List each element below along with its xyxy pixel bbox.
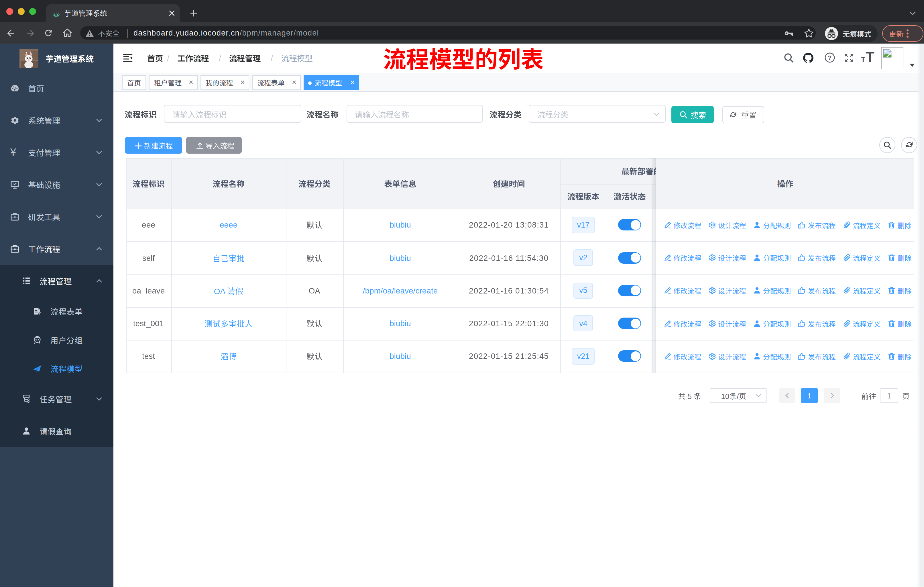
svg-text:?: ? xyxy=(827,54,831,61)
